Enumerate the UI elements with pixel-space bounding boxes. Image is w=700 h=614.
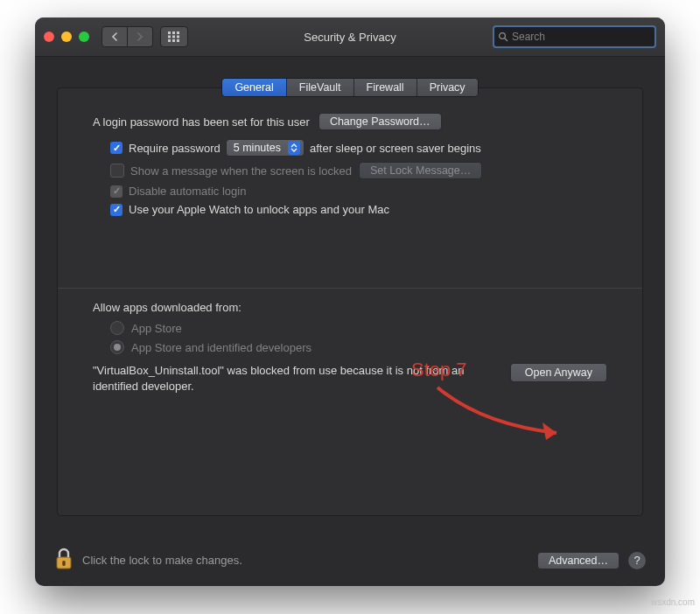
titlebar: Security & Privacy [35, 17, 665, 57]
tab-firewall[interactable]: Firewall [354, 79, 417, 96]
tab-privacy[interactable]: Privacy [417, 79, 478, 96]
open-anyway-button[interactable]: Open Anyway [510, 363, 607, 382]
updown-chev-icon [288, 141, 300, 155]
back-button[interactable] [102, 26, 128, 47]
lock-icon [54, 547, 74, 571]
svg-rect-8 [177, 39, 179, 42]
forward-button[interactable] [128, 26, 153, 47]
set-lock-message-button: Set Lock Message… [359, 162, 482, 179]
svg-rect-4 [172, 36, 175, 38]
svg-rect-2 [177, 31, 179, 34]
blocked-app-message: "VirtualBox_Uninstall.tool" was blocked … [93, 363, 494, 394]
require-password-checkbox[interactable]: ✓ [110, 142, 122, 154]
apple-watch-checkbox[interactable]: ✓ [110, 204, 122, 216]
preferences-window: Security & Privacy General FileVault Fir… [35, 17, 665, 586]
radio-app-store-dev-label: App Store and identified developers [131, 341, 312, 354]
svg-rect-7 [172, 39, 175, 42]
tab-bar: General FileVault Firewall Privacy [58, 78, 642, 97]
require-password-label: Require password [129, 142, 220, 155]
change-password-button[interactable]: Change Password… [318, 113, 442, 130]
radio-app-store-label: App Store [131, 322, 182, 335]
svg-line-10 [505, 38, 508, 41]
tab-filevault[interactable]: FileVault [287, 79, 354, 96]
svg-rect-12 [62, 561, 65, 566]
search-icon [498, 31, 508, 42]
content-panel: General FileVault Firewall Privacy A log… [57, 87, 643, 516]
svg-point-9 [500, 33, 506, 39]
require-password-delay-value: 5 minutes [234, 142, 281, 154]
radio-app-store [110, 321, 124, 335]
show-all-button[interactable] [160, 26, 188, 47]
login-password-set-label: A login password has been set for this u… [93, 115, 310, 129]
search-field[interactable] [493, 25, 656, 48]
disable-auto-login-label: Disable automatic login [129, 185, 246, 198]
lock-button[interactable] [54, 547, 77, 574]
svg-rect-0 [168, 31, 171, 34]
show-message-label: Show a message when the screen is locked [130, 164, 352, 178]
lock-hint-label: Click the lock to make changes. [82, 554, 242, 567]
show-message-checkbox [110, 164, 124, 178]
chevron-left-icon [111, 32, 118, 41]
radio-app-store-dev [110, 340, 124, 354]
nav-buttons [102, 26, 153, 47]
help-button[interactable]: ? [628, 552, 646, 569]
grid-icon [168, 31, 180, 42]
footer: Click the lock to make changes. Advanced… [54, 547, 646, 574]
require-password-delay-popup[interactable]: 5 minutes [226, 139, 304, 157]
disable-auto-login-checkbox: ✓ [110, 185, 122, 198]
allow-apps-heading: Allow apps downloaded from: [93, 301, 607, 314]
watermark: wsxdn.com [651, 597, 695, 607]
close-window-button[interactable] [44, 31, 54, 42]
svg-rect-1 [172, 31, 175, 34]
advanced-button[interactable]: Advanced… [537, 552, 620, 569]
chevron-right-icon [136, 32, 144, 41]
tab-general[interactable]: General [222, 79, 286, 96]
search-input[interactable] [510, 30, 651, 44]
minimize-window-button[interactable] [61, 31, 72, 42]
svg-rect-5 [177, 36, 179, 38]
window-controls [44, 31, 89, 42]
zoom-window-button[interactable] [79, 31, 89, 42]
svg-rect-6 [168, 39, 171, 42]
section-divider [58, 288, 642, 289]
apple-watch-label: Use your Apple Watch to unlock apps and … [129, 203, 389, 216]
svg-rect-3 [168, 36, 171, 38]
after-sleep-label: after sleep or screen saver begins [310, 142, 481, 155]
